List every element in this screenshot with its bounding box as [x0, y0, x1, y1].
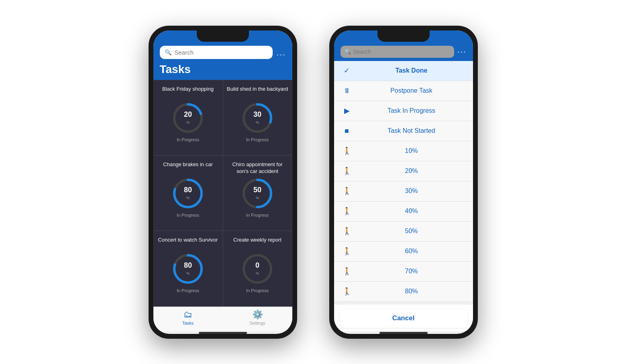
progress-circle: 80 % — [172, 253, 204, 285]
action-icon: ■ — [342, 127, 352, 135]
notch — [197, 31, 249, 42]
task-status: In Progress — [246, 288, 269, 293]
progress-option-item[interactable]: 🚶 30% — [334, 181, 473, 201]
progress-label: 80% — [358, 288, 465, 295]
percent-value: 50 — [253, 186, 261, 193]
phone-1-screen: 🔍 ··· Tasks Black Friday shopping 20 % I… — [153, 31, 292, 334]
phone-2-screen: 🔍 ··· ✓ Task Done ⏸ Postpone Task ▶ Task… — [334, 31, 473, 334]
percent-sign: % — [186, 120, 190, 124]
walk-icon: 🚶 — [342, 146, 352, 155]
progress-label: 20% — [358, 167, 465, 175]
walk-icon: 🚶 — [342, 187, 352, 195]
percent-value: 0 — [255, 262, 259, 269]
progress-option-item[interactable]: 🚶 50% — [334, 222, 473, 242]
tasks-icon: 🗂 — [184, 309, 192, 320]
progress-label: 40% — [358, 207, 465, 215]
page-title: Tasks — [160, 63, 286, 76]
progress-option-item[interactable]: 🚶 10% — [334, 141, 473, 161]
walk-icon: 🚶 — [342, 287, 352, 296]
task-status: In Progress — [246, 213, 269, 218]
task-status: In Progress — [177, 137, 199, 142]
home-indicator-2 — [379, 332, 428, 334]
action-item[interactable]: ✓ Task Done — [334, 61, 473, 81]
task-cell[interactable]: Build shed in the backyard 30 % In Progr… — [223, 80, 292, 155]
progress-option-item[interactable]: 🚶 20% — [334, 161, 473, 181]
task-name: Build shed in the backyard — [227, 86, 288, 100]
task-name: Change brakes in car — [163, 161, 213, 175]
progress-circle: 30 % — [241, 102, 273, 134]
search-bar-2[interactable]: 🔍 — [341, 46, 454, 58]
walk-icon: 🚶 — [342, 247, 352, 256]
percent-sign: % — [256, 196, 259, 200]
settings-icon: ⚙️ — [252, 309, 263, 320]
phone-2: 🔍 ··· ✓ Task Done ⏸ Postpone Task ▶ Task… — [329, 26, 478, 339]
nav-settings[interactable]: ⚙️ Settings — [223, 309, 292, 325]
search-icon: 🔍 — [165, 49, 171, 55]
action-icon: ▶ — [342, 106, 352, 115]
progress-option-item[interactable]: 🚶 40% — [334, 201, 473, 222]
progress-circle: 20 % — [172, 102, 204, 134]
more-button[interactable]: ··· — [277, 50, 286, 59]
progress-label: 50% — [358, 228, 465, 235]
task-name: Chiro appointment for son's car accident — [226, 161, 289, 175]
cancel-wrap: Cancel — [334, 305, 473, 331]
percent-sign: % — [256, 120, 259, 124]
phone-1: 🔍 ··· Tasks Black Friday shopping 20 % I… — [149, 26, 297, 339]
action-icon: ⏸ — [342, 87, 352, 95]
percent-value: 80 — [184, 262, 192, 269]
percent-value: 80 — [184, 186, 192, 193]
task-name: Create weekly report — [233, 237, 281, 250]
walk-icon: 🚶 — [342, 267, 352, 276]
action-sheet: ✓ Task Done ⏸ Postpone Task ▶ Task In Pr… — [334, 61, 473, 305]
action-item[interactable]: ⏸ Postpone Task — [334, 81, 473, 101]
progress-circle: 0 % — [241, 253, 273, 285]
task-cell[interactable]: Create weekly report 0 % In Progress — [223, 231, 292, 306]
walk-icon: 🚶 — [342, 207, 352, 216]
action-label: Task Not Started — [358, 127, 465, 134]
percent-sign: % — [186, 271, 190, 275]
progress-circle: 50 % — [241, 177, 273, 209]
task-status: In Progress — [177, 213, 199, 218]
search-icon-2: 🔍 — [345, 49, 351, 55]
task-cell[interactable]: Concert to watch Survivor 80 % In Progre… — [153, 231, 223, 306]
home-indicator — [199, 332, 247, 334]
progress-label: 60% — [358, 248, 465, 255]
bottom-nav: 🗂 Tasks ⚙️ Settings — [153, 307, 292, 331]
walk-icon: 🚶 — [342, 167, 352, 175]
percent-sign: % — [186, 196, 190, 200]
progress-option-item[interactable]: 🚶 70% — [334, 262, 473, 282]
search-input[interactable] — [175, 49, 268, 56]
progress-label: 10% — [358, 147, 465, 155]
task-cell[interactable]: Change brakes in car 80 % In Progress — [153, 155, 223, 231]
walk-icon: 🚶 — [342, 227, 352, 236]
percent-value: 30 — [253, 111, 261, 118]
action-label: Task In Progress — [358, 107, 465, 114]
task-name: Concert to watch Survivor — [158, 237, 218, 250]
progress-label: 70% — [358, 268, 465, 275]
task-cell[interactable]: Black Friday shopping 20 % In Progress — [153, 80, 223, 155]
task-status: In Progress — [246, 137, 269, 142]
action-item[interactable]: ▶ Task In Progress — [334, 101, 473, 121]
progress-option-item[interactable]: 🚶 60% — [334, 242, 473, 262]
search-bar[interactable]: 🔍 — [160, 46, 273, 59]
more-button-2[interactable]: ··· — [457, 47, 467, 56]
percent-value: 20 — [184, 111, 192, 118]
nav-tasks[interactable]: 🗂 Tasks — [153, 309, 223, 325]
tasks-grid: Black Friday shopping 20 % In Progress B… — [153, 80, 292, 307]
progress-option-item[interactable]: 🚶 80% — [334, 282, 473, 302]
action-label: Postpone Task — [358, 87, 465, 94]
task-status: In Progress — [177, 288, 199, 293]
notch-2 — [377, 31, 430, 42]
action-item[interactable]: ■ Task Not Started — [334, 121, 473, 141]
cancel-button[interactable]: Cancel — [340, 309, 467, 328]
task-name: Black Friday shopping — [162, 86, 214, 100]
percent-sign: % — [256, 271, 259, 275]
search-row: 🔍 ··· — [160, 46, 286, 63]
action-icon: ✓ — [342, 66, 352, 75]
search-input-2[interactable] — [353, 49, 450, 55]
progress-label: 30% — [358, 187, 465, 195]
task-cell[interactable]: Chiro appointment for son's car accident… — [223, 155, 292, 231]
action-label: Task Done — [358, 67, 465, 74]
progress-circle: 80 % — [172, 177, 204, 209]
